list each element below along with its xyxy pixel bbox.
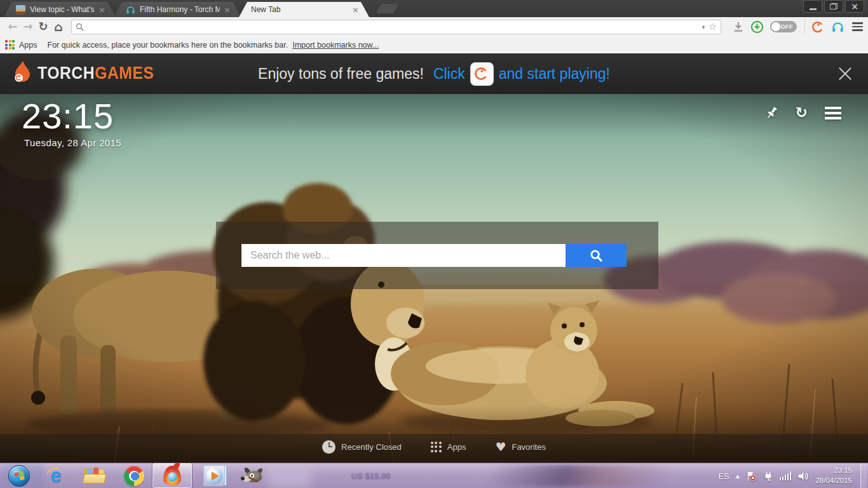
tab-title: Fifth Harmony - Torch Mu — [140, 5, 220, 14]
favorites-button[interactable]: ♥ Favorites — [495, 441, 546, 453]
apps-shortcut[interactable]: Apps — [19, 41, 37, 50]
taskbar-chrome[interactable] — [119, 463, 149, 488]
chrome-icon — [124, 466, 144, 486]
window-controls: × — [803, 0, 864, 13]
tab-title: View topic - What's Your H — [30, 5, 95, 14]
save-media-button[interactable] — [733, 22, 744, 32]
volume-icon[interactable] — [797, 471, 809, 482]
download-accelerator-button[interactable] — [750, 20, 764, 34]
heart-icon: ♥ — [495, 441, 506, 453]
apps-label: Apps — [447, 442, 466, 452]
torch-games-pacman-icon — [474, 66, 489, 81]
tab-view-topic[interactable]: View topic - What's Your H × — [4, 2, 116, 17]
headphones-icon — [831, 20, 844, 34]
search-icon — [590, 249, 603, 262]
tab-new-tab[interactable]: New Tab × — [239, 2, 369, 17]
recently-closed-button[interactable]: Recently Closed — [322, 440, 402, 454]
new-tab-button[interactable] — [376, 4, 398, 13]
search-icon — [76, 23, 84, 31]
power-plug-icon[interactable] — [763, 471, 773, 482]
clock-time: 23:15 — [22, 98, 121, 135]
address-input[interactable] — [88, 22, 702, 32]
tab-strip: View topic - What's Your H × Fifth Harmo… — [0, 0, 868, 17]
bookmark-star-icon[interactable]: ☆ — [709, 22, 717, 32]
bookmarks-hint-text: For quick access, place your bookmarks h… — [48, 41, 288, 50]
language-indicator[interactable]: ES — [718, 471, 729, 481]
toggle-knob — [771, 22, 780, 31]
back-button[interactable]: ← — [5, 21, 20, 32]
new-tab-page: 23:15 Tuesday, 28 Apr 2015 ↻ — [0, 94, 868, 463]
minimize-button[interactable] — [803, 0, 822, 13]
tab-close-icon[interactable]: × — [98, 6, 105, 14]
taskbar-torch-browser-active[interactable] — [153, 463, 192, 488]
tab-torch-music[interactable]: Fifth Harmony - Torch Mu × — [114, 2, 241, 17]
action-center-flag-icon[interactable] — [746, 471, 757, 482]
torch-games-button[interactable] — [811, 20, 825, 34]
torch-games-icon-button[interactable] — [471, 63, 493, 85]
torch-music-button[interactable] — [831, 20, 844, 34]
browser-window: View topic - What's Your H × Fifth Harmo… — [0, 0, 868, 488]
clock-widget: 23:15 Tuesday, 28 Apr 2015 — [22, 98, 121, 148]
favorites-label: Favorites — [512, 442, 545, 452]
banner-click-link[interactable]: Click — [433, 65, 465, 83]
apps-button[interactable]: Apps — [431, 442, 466, 452]
newtab-menu-icon[interactable] — [825, 107, 841, 119]
torch-games-banner: TORCHGAMES Enjoy tons of free games! Cli… — [0, 53, 868, 94]
reload-button[interactable]: ↻ — [36, 21, 51, 32]
taskbar-internet-explorer[interactable]: e — [42, 463, 70, 488]
banner-close-button[interactable] — [836, 65, 854, 83]
green-download-icon — [750, 20, 764, 34]
media-player-icon — [203, 465, 225, 486]
taskbar-media-player[interactable] — [200, 463, 229, 488]
taskbar-glass-blur — [473, 464, 689, 487]
network-signal-icon[interactable] — [780, 471, 792, 480]
forward-button[interactable]: → — [20, 21, 36, 32]
torch-games-logo[interactable]: TORCHGAMES — [13, 61, 165, 85]
home-button[interactable]: ⌂ — [51, 21, 66, 33]
menu-button[interactable] — [852, 22, 863, 31]
navigation-toolbar: ← → ↻ ⌂ ▾ ☆ OFF — [0, 17, 868, 36]
newtab-toolbar: ↻ — [766, 105, 841, 120]
clock-date: Tuesday, 28 Apr 2015 — [24, 137, 121, 148]
taskbar-windows-explorer[interactable] — [80, 463, 109, 488]
banner-play-link[interactable]: and start playing! — [499, 65, 610, 83]
close-button[interactable]: × — [845, 0, 864, 13]
brand-games: GAMES — [95, 64, 154, 83]
apps-grid-icon[interactable] — [5, 40, 15, 50]
refresh-background-icon[interactable]: ↻ — [796, 105, 808, 120]
close-icon: × — [851, 2, 858, 11]
torch-games-pacman-icon — [811, 20, 825, 34]
tray-time: 23:15 — [815, 466, 852, 476]
banner-text: Enjoy tons of free games! — [258, 65, 424, 83]
show-desktop-button[interactable] — [860, 463, 867, 488]
off-toggle[interactable]: OFF — [770, 21, 797, 32]
torch-browser-icon — [163, 466, 181, 485]
minimize-icon — [810, 8, 817, 10]
taskbar-glass-blur — [267, 463, 311, 488]
dropdown-caret-icon[interactable]: ▾ — [702, 24, 705, 30]
search-button[interactable] — [566, 244, 627, 267]
page-thumbnail-favicon — [16, 5, 25, 15]
taskbar-ghost-text: US $15.00 — [351, 471, 390, 481]
windows-logo-icon — [8, 465, 30, 487]
tab-close-icon[interactable]: × — [224, 6, 231, 14]
gimp-icon — [244, 468, 264, 484]
tray-expand-icon[interactable]: ▲ — [736, 473, 740, 479]
search-input[interactable] — [241, 244, 566, 267]
tab-title: New Tab — [251, 5, 348, 14]
pin-icon[interactable] — [766, 106, 778, 120]
import-bookmarks-link[interactable]: Import bookmarks now... — [292, 41, 379, 50]
bookmarks-bar: Apps For quick access, place your bookma… — [0, 36, 868, 53]
recently-closed-label: Recently Closed — [341, 442, 402, 452]
start-button[interactable] — [5, 463, 33, 488]
taskbar-gimp[interactable] — [240, 463, 268, 488]
restore-button[interactable] — [824, 0, 843, 13]
tab-close-icon[interactable]: × — [352, 6, 359, 14]
restore-icon — [830, 3, 837, 10]
tray-clock[interactable]: 23:15 28/04/2015 — [815, 466, 852, 485]
headphones-favicon — [126, 5, 135, 15]
search-panel — [216, 222, 658, 289]
system-tray: ES ▲ — [718, 463, 868, 488]
address-bar[interactable]: ▾ ☆ — [71, 20, 721, 34]
tray-date: 28/04/2015 — [815, 476, 852, 486]
